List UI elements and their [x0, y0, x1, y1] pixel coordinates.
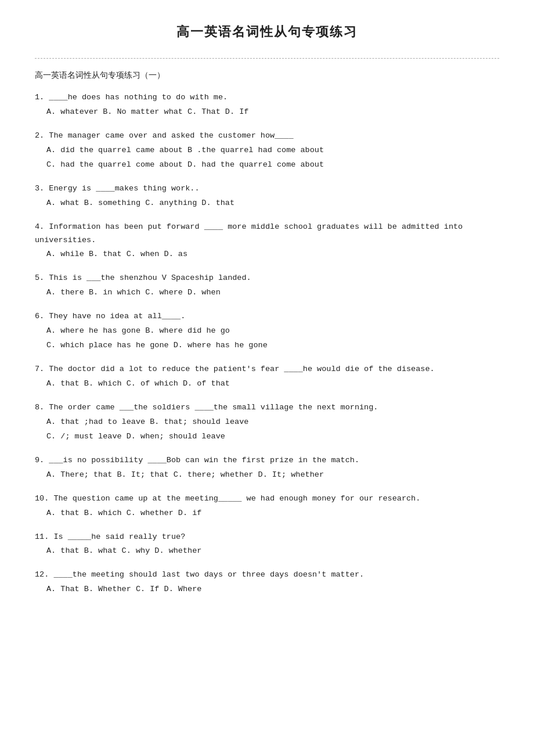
question-options: A. what B. something C. anything D. that	[35, 197, 499, 210]
question-options: A. that B. which C. whether D. if	[35, 507, 499, 520]
subtitle: 高一英语名词性从句专项练习（一）	[35, 70, 499, 81]
question-block: 10. The question came up at the meeting_…	[35, 492, 499, 520]
option-line: C. /; must leave D. when; should leave	[46, 430, 499, 444]
question-text: 11. Is _____he said really true?	[35, 531, 499, 544]
question-text: 8. The order came ___the soldiers ____th…	[35, 401, 499, 415]
question-block: 11. Is _____he said really true?A. that …	[35, 531, 499, 559]
option-line: A. that ;had to leave B. that; should le…	[46, 416, 499, 429]
question-text: 12. ____the meeting should last two days…	[35, 568, 499, 582]
question-options: A. that B. which C. of which D. of that	[35, 377, 499, 391]
question-block: 12. ____the meeting should last two days…	[35, 568, 499, 596]
question-text: 6. They have no idea at all____.	[35, 310, 499, 323]
option-line: A. where he has gone B. where did he go	[46, 325, 499, 338]
option-line: C. had the quarrel come about D. had the…	[46, 159, 499, 172]
question-block: 8. The order came ___the soldiers ____th…	[35, 401, 499, 444]
questions-container: 1. ____he does has nothing to do with me…	[35, 91, 499, 596]
option-line: A. that B. which C. whether D. if	[46, 507, 499, 520]
option-line: A. that B. which C. of which D. of that	[46, 377, 499, 391]
question-options: A. whatever B. No matter what C. That D.…	[35, 106, 499, 119]
question-options: A. that ;had to leave B. that; should le…	[35, 416, 499, 444]
question-block: 3. Energy is ____makes thing work..A. wh…	[35, 182, 499, 210]
question-options: A. There; that B. It; that C. there; whe…	[35, 469, 499, 482]
question-text: 3. Energy is ____makes thing work..	[35, 182, 499, 196]
question-options: A. did the quarrel came about B .the qua…	[35, 144, 499, 172]
option-line: A. whatever B. No matter what C. That D.…	[46, 106, 499, 119]
question-block: 7. The doctor did a lot to reduce the pa…	[35, 363, 499, 391]
question-options: A. that B. what C. why D. whether	[35, 545, 499, 558]
question-text: 10. The question came up at the meeting_…	[35, 492, 499, 506]
option-line: A. there B. in which C. where D. when	[46, 286, 499, 300]
question-text: 9. ___is no possibility ____Bob can win …	[35, 454, 499, 467]
question-text: 5. This is ___the shenzhou V Spaceship l…	[35, 272, 499, 285]
option-line: A. that B. what C. why D. whether	[46, 545, 499, 558]
option-line: A. while B. that C. when D. as	[46, 248, 499, 261]
page-title: 高一英语名词性从句专项练习	[35, 23, 499, 41]
question-options: A. That B. Whether C. If D. Where	[35, 583, 499, 596]
question-block: 2. The manager came over and asked the c…	[35, 129, 499, 172]
option-line: A. That B. Whether C. If D. Where	[46, 583, 499, 596]
question-options: A. where he has gone B. where did he goC…	[35, 325, 499, 352]
option-line: C. which place has he gone D. where has …	[46, 339, 499, 352]
divider	[35, 58, 499, 59]
option-line: A. did the quarrel came about B .the qua…	[46, 144, 499, 157]
option-line: A. There; that B. It; that C. there; whe…	[46, 469, 499, 482]
question-block: 4. Information has been put forward ____…	[35, 221, 499, 262]
question-options: A. while B. that C. when D. as	[35, 248, 499, 261]
question-text: 7. The doctor did a lot to reduce the pa…	[35, 363, 499, 376]
question-block: 9. ___is no possibility ____Bob can win …	[35, 454, 499, 482]
question-block: 5. This is ___the shenzhou V Spaceship l…	[35, 272, 499, 300]
question-block: 1. ____he does has nothing to do with me…	[35, 91, 499, 119]
question-text: 4. Information has been put forward ____…	[35, 221, 499, 247]
question-block: 6. They have no idea at all____.A. where…	[35, 310, 499, 352]
question-text: 2. The manager came over and asked the c…	[35, 129, 499, 143]
question-options: A. there B. in which C. where D. when	[35, 286, 499, 300]
question-text: 1. ____he does has nothing to do with me…	[35, 91, 499, 105]
option-line: A. what B. something C. anything D. that	[46, 197, 499, 210]
